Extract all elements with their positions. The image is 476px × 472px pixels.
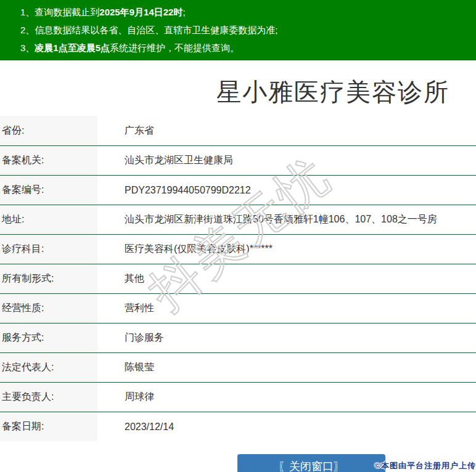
notice-line-3-suffix: 系统进行维护，不能提供查询。 [110,43,239,53]
table-row: 地址: 汕头市龙湖区新津街道珠江路50号香颂雅轩1幢106、107、108之一号… [0,205,476,234]
row-value: 周球律 [97,383,476,412]
table-row: 诊疗科目: 医疗美容科(仅限美容皮肤科)****** [0,234,476,264]
notice-line-3: 3、凌晨1点至凌晨5点系统进行维护，不能提供查询。 [20,39,470,57]
row-label: 备案机关: [0,146,97,175]
table-row: 省份: 广东省 [0,116,476,145]
row-value: 门诊服务 [97,323,476,352]
clinic-title: 星小雅医疗美容诊所 [0,75,476,109]
notice-line-2: 2、信息数据结果以各省、自治区、直辖市卫生健康委数据为准; [20,21,470,39]
row-label: 备案编号: [0,176,97,205]
row-value: 医疗美容科(仅限美容皮肤科)****** [97,235,476,264]
row-value: 营利性 [97,294,476,323]
row-value: 广东省 [97,116,476,145]
row-label: 服务方式: [0,323,97,352]
row-value: 其他 [97,264,476,293]
row-label: 法定代表人: [0,353,97,382]
table-row: 主要负责人: 周球律 [0,382,476,412]
row-label: 经营性质: [0,294,97,323]
notice-banner: 1、查询数据截止到2025年9月14日22时; 2、信息数据结果以各省、自治区、… [0,0,476,60]
notice-line-2-text: 2、信息数据结果以各省、自治区、直辖市卫生健康委数据为准; [20,25,278,35]
close-window-button[interactable]: 〖关闭窗口〗 [237,454,385,472]
row-value: 汕头市龙湖区新津街道珠江路50号香颂雅轩1幢106、107、108之一号房 [97,205,476,234]
row-label: 诊疗科目: [0,235,97,264]
row-label: 省份: [0,116,97,145]
table-row: 备案日期: 2023/12/14 [0,412,476,441]
table-row: 备案机关: 汕头市龙湖区卫生健康局 [0,145,476,175]
row-label: 所有制形式: [0,264,97,293]
info-table: 省份: 广东省 备案机关: 汕头市龙湖区卫生健康局 备案编号: PDY23719… [0,116,476,441]
row-value: PDY23719944050799D2212 [97,176,476,205]
notice-line-1: 1、查询数据截止到2025年9月14日22时; [20,3,470,21]
table-row: 备案编号: PDY23719944050799D2212 [0,175,476,205]
registration-result-page: 1、查询数据截止到2025年9月14日22时; 2、信息数据结果以各省、自治区、… [0,0,476,472]
notice-line-1-suffix: ; [183,7,185,17]
table-row: 经营性质: 营利性 [0,293,476,323]
table-row: 法定代表人: 陈银莹 [0,352,476,382]
copyright-stamp: ©本图由平台注册用户上传 [374,460,476,471]
notice-line-3-text: 3、 [20,43,35,53]
notice-line-3-bold: 凌晨1点至凌晨5点 [35,43,110,53]
row-value: 2023/12/14 [97,412,476,441]
row-label: 备案日期: [0,412,97,441]
row-label: 主要负责人: [0,383,97,412]
table-row: 服务方式: 门诊服务 [0,323,476,352]
row-value: 汕头市龙湖区卫生健康局 [97,146,476,175]
table-row: 所有制形式: 其他 [0,264,476,293]
row-value: 陈银莹 [97,353,476,382]
row-label: 地址: [0,205,97,234]
notice-line-1-bold: 2025年9月14日22时 [99,7,183,17]
notice-line-1-text: 1、查询数据截止到 [20,7,99,17]
